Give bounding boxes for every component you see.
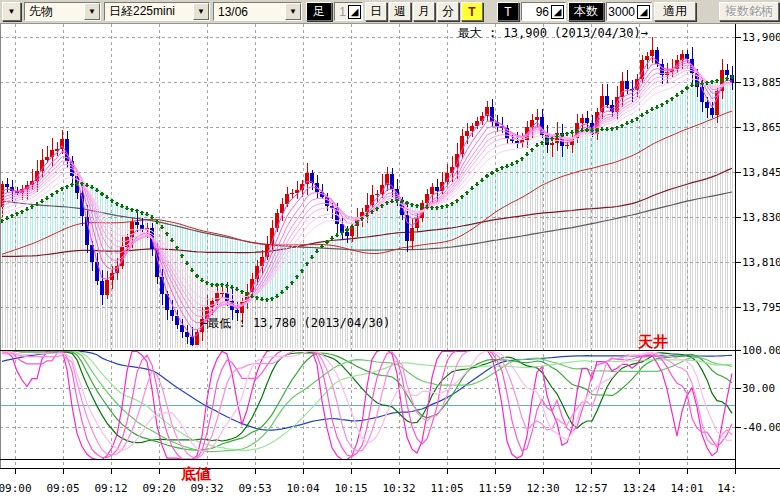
time-axis-label: 13:24 (622, 482, 655, 495)
time-axis-label: 11:05 (430, 482, 463, 495)
price-axis-label: 13,845 (742, 166, 780, 179)
spinner-dial-icon[interactable]: ◢ (637, 5, 650, 19)
candle-body (435, 187, 439, 191)
candle-body (170, 310, 174, 316)
candle-body (625, 81, 629, 89)
candle-body (105, 280, 109, 295)
min-price-annotation: ←最低 : 13,780 (2013/04/30) (200, 316, 390, 330)
candle-body (550, 143, 554, 145)
candle-body (5, 184, 9, 187)
candle-body (275, 213, 279, 228)
spinner-dial-icon[interactable]: ◢ (348, 5, 361, 19)
price-axis-label: 13,810 (742, 256, 780, 269)
price-axis-label: 13,885 (742, 76, 780, 89)
candle-body (190, 337, 194, 345)
time-axis-label: 09:20 (142, 482, 175, 495)
period-minute-button[interactable]: 分 (437, 2, 459, 21)
candle-body (725, 70, 729, 74)
candle-body (710, 108, 714, 115)
candle-body (645, 56, 649, 60)
osc-axis-label: 100.00 (742, 344, 780, 357)
candle-body (180, 325, 184, 332)
osc-axis-label: 30.00 (742, 382, 775, 395)
interval-spinner[interactable]: 1 ◢ (334, 2, 363, 21)
tick-size-spinner[interactable]: 96 ◢ (521, 2, 566, 21)
apply-button[interactable]: 適用 (654, 2, 696, 21)
multi-symbol-button[interactable]: 複数銘柄 (719, 2, 779, 21)
rci-pink (2, 351, 732, 452)
time-axis-label: 09:12 (94, 482, 127, 495)
candle-body (45, 157, 49, 161)
candle-body (470, 126, 474, 132)
period-month-button[interactable]: 月 (413, 2, 435, 21)
bar-count-button[interactable]: 本数 (568, 2, 604, 21)
chart-application: 13,90013,88513,86513,84513,83013,81013,7… (0, 0, 780, 500)
time-axis-label: 14:01 (670, 482, 703, 495)
chevron-down-icon[interactable]: ▼ (193, 3, 209, 20)
time-axis-label: 11:59 (478, 482, 511, 495)
candle-body (100, 281, 104, 295)
bar-type-button[interactable]: 足 (306, 2, 332, 21)
period-week-button[interactable]: 週 (389, 2, 411, 21)
contract-month-select[interactable]: 13/06 ▼ (213, 2, 302, 21)
time-axis-label: 12:30 (526, 482, 559, 495)
time-axis-label: 10:04 (286, 482, 319, 495)
chart-menu-dropdown[interactable]: ▼ (2, 2, 21, 21)
tick-size-value: 96 (536, 5, 551, 19)
spinner-dial-icon[interactable]: ◢ (551, 5, 564, 19)
candle-body (220, 293, 224, 294)
time-axis-label: 12:57 (574, 482, 607, 495)
price-axis-label: 13,830 (742, 211, 780, 224)
tick-size-button[interactable]: T (497, 2, 519, 21)
candle-body (565, 145, 569, 146)
candle-body (290, 193, 294, 194)
period-day-button[interactable]: 日 (365, 2, 387, 21)
bar-count-spinner[interactable]: 3000 ◢ (606, 2, 652, 21)
time-axis-label: 10:15 (334, 482, 367, 495)
candle-body (465, 131, 469, 136)
candle-body (585, 118, 589, 123)
candle-body (425, 194, 429, 204)
candle-body (685, 54, 689, 59)
osc-axis-label: -40.00 (742, 421, 780, 434)
candle-body (605, 96, 609, 106)
period-tick-button[interactable]: T (461, 2, 483, 21)
candle-body (580, 118, 584, 123)
time-axis-label: 09:32 (190, 482, 223, 495)
candle-body (410, 228, 414, 241)
time-axis-label: 14: (717, 482, 737, 495)
time-axis-label: 09:53 (238, 482, 271, 495)
price-axis-label: 13,865 (742, 121, 780, 134)
symbol-select[interactable]: 日経225mini ▼ (104, 2, 210, 21)
interval-value: 1 (339, 5, 348, 19)
floor-annotation: 底値 (180, 465, 211, 483)
chevron-down-icon: ▼ (8, 7, 16, 16)
instrument-type-value: 先物 (25, 3, 84, 20)
chevron-down-icon[interactable]: ▼ (285, 3, 301, 20)
bar-count-value: 3000 (608, 5, 637, 19)
time-axis-label: 10:32 (382, 482, 415, 495)
max-price-annotation: 最大 : 13,900 (2013/04/30)→ (458, 26, 648, 40)
candle-body (705, 102, 709, 109)
candle-body (375, 194, 379, 195)
price-chart-canvas[interactable]: 13,90013,88513,86513,84513,83013,81013,7… (0, 0, 780, 500)
ceiling-annotation: 天井 (637, 333, 668, 351)
rci-green (2, 351, 732, 452)
rci-green (2, 350, 732, 450)
rci-green (2, 351, 732, 450)
candle-body (535, 117, 539, 120)
candle-body (135, 222, 139, 225)
price-axis-label: 13,795 (742, 301, 780, 314)
time-axis-label: 09:05 (46, 482, 79, 495)
time-axis-label: 09:00 (0, 482, 32, 495)
candle-body (235, 310, 239, 313)
candle-body (430, 187, 434, 194)
chevron-down-icon[interactable]: ▼ (84, 3, 100, 20)
contract-month-value: 13/06 (214, 3, 285, 20)
price-axis-label: 13,900 (742, 31, 780, 44)
candle-body (345, 232, 349, 236)
symbol-value: 日経225mini (105, 3, 193, 20)
candle-body (650, 50, 654, 56)
instrument-type-select[interactable]: 先物 ▼ (24, 2, 101, 21)
toolbar: ▼ 先物 ▼ 日経225mini ▼ 13/06 ▼ 足 1 ◢ 日 週 月 分… (0, 0, 780, 24)
